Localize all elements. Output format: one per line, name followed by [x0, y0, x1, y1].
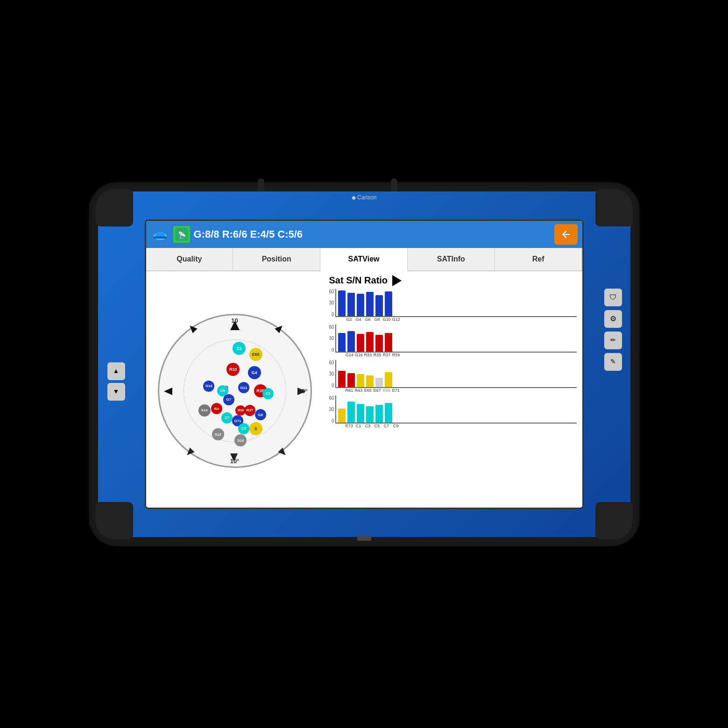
snr-title: Sat S/N Ratio — [329, 275, 577, 286]
snr-bar-G2 — [338, 290, 346, 316]
snr-y-axis-3: 60 30 0 — [329, 360, 335, 388]
snr-bar-R33 — [357, 334, 364, 352]
snr-bar-R41 — [338, 371, 346, 387]
settings-button[interactable]: ⚙ — [604, 310, 622, 328]
corner-tl — [96, 189, 133, 226]
blue-frame: ◆ Carlson ▲ ▼ 🛡 ⚙ ✏ ✎ — [98, 191, 630, 537]
snr-bar-E73 — [338, 409, 346, 423]
svg-rect-1 — [154, 236, 167, 239]
snr-bar-R39 — [385, 333, 392, 352]
snr-bar-G16 — [347, 331, 355, 352]
play-icon[interactable] — [392, 275, 402, 286]
snr-bar-C3 — [357, 404, 364, 423]
sat-E65: E65 — [249, 348, 262, 361]
snr-bar-G4 — [347, 293, 355, 316]
snr-row-2: 60 30 0 — [329, 325, 577, 357]
gps-icon: 📡 — [173, 226, 190, 243]
snr-bar-E69 — [375, 378, 383, 387]
snr-row-1: 60 30 0 — [329, 289, 577, 322]
device-frame: ◆ Carlson ▲ ▼ 🛡 ⚙ ✏ ✎ — [89, 182, 640, 546]
corner-br — [595, 502, 633, 539]
snr-bar-C7 — [375, 405, 383, 423]
tab-ref[interactable]: Ref — [495, 248, 582, 270]
snr-bar-G8 — [366, 292, 374, 316]
svg-text:📡: 📡 — [177, 231, 186, 239]
back-button[interactable] — [554, 224, 578, 245]
snr-bar-G12 — [385, 291, 392, 316]
sat-C5: C5 — [238, 423, 249, 434]
snr-bars-row1 — [335, 289, 577, 317]
west-arrow — [164, 388, 172, 395]
nw-arrow — [188, 323, 198, 333]
screen: 📡 G:8/8 R:6/6 E:4/5 C:5/6 Quality Positi… — [145, 219, 584, 509]
sat-G11: G11 — [238, 382, 249, 393]
snr-bar-E67 — [366, 375, 374, 387]
antenna-right — [391, 178, 397, 191]
snr-bar-R35 — [366, 332, 374, 352]
hard-hat-icon — [151, 225, 170, 244]
sat-C7: C7 — [221, 412, 233, 424]
south-arrow — [230, 453, 238, 462]
sat-S12: S12 — [212, 428, 224, 440]
sat-G8: G8 — [255, 409, 266, 420]
compass-circle: 10 10° 0° 90 — [158, 314, 312, 468]
snr-bar-G14 — [338, 333, 346, 352]
usb-port — [357, 536, 371, 541]
snr-row-3: 60 30 0 — [329, 360, 577, 393]
snr-bars-row3 — [335, 360, 577, 388]
snr-bar-G6 — [357, 294, 364, 316]
tab-satview[interactable]: SATView — [320, 248, 408, 271]
sat-G16: G16 — [203, 381, 214, 392]
north-arrow-top — [230, 321, 240, 330]
tab-satinfo[interactable]: SATInfo — [408, 248, 495, 270]
snr-bar-C9 — [385, 403, 392, 423]
left-side-buttons: ▲ ▼ — [107, 362, 125, 401]
tab-bar: Quality Position SATView SATInfo Ref — [146, 248, 582, 271]
snr-bar-C1 — [347, 402, 355, 423]
sky-view-panel: 10 10° 0° 90 — [146, 271, 324, 509]
snr-bars-row4 — [335, 396, 577, 424]
sat-S: S — [249, 422, 262, 435]
se-arrow — [278, 447, 288, 457]
edit2-button[interactable]: ✎ — [604, 353, 622, 371]
sat-C3: C3 — [262, 388, 274, 399]
volume-down-button[interactable]: ▼ — [107, 383, 125, 401]
tab-position[interactable]: Position — [233, 248, 320, 270]
top-bar: 📡 G:8/8 R:6/6 E:4/5 C:5/6 — [146, 221, 582, 248]
snr-bar-R43 — [347, 373, 355, 387]
sat-C1: C1 — [233, 342, 246, 355]
edit1-button[interactable]: ✏ — [604, 332, 622, 349]
sw-arrow — [184, 447, 194, 457]
sat-S10: S10 — [234, 434, 247, 446]
tab-quality[interactable]: Quality — [146, 248, 233, 270]
snr-bar-E71 — [385, 372, 392, 387]
antenna-left — [258, 178, 264, 191]
sat-S14: S14 — [198, 404, 211, 417]
corner-tr — [595, 189, 633, 226]
snr-x-labels-row4: E73 C1 C3 C5 C7 C9 — [335, 424, 577, 428]
sat-G7: G7 — [223, 394, 234, 405]
right-side-buttons: 🛡 ⚙ ✏ ✎ — [604, 289, 622, 371]
snr-panel: Sat S/N Ratio 60 30 0 — [324, 271, 582, 509]
satellite-info-text: G:8/8 R:6/6 E:4/5 C:5/6 — [194, 228, 551, 240]
snr-bar-C5 — [366, 406, 374, 423]
shield-button[interactable]: 🛡 — [604, 289, 622, 306]
snr-x-labels-row2: G14 G16 R33 R35 R37 R39 — [335, 353, 577, 357]
snr-bar-E65 — [357, 374, 364, 387]
snr-bar-G10 — [375, 295, 383, 316]
brand-logo: ◆ Carlson — [352, 194, 377, 201]
snr-x-labels-row3: R41 R43 E65 E67 E69 E71 — [335, 388, 577, 393]
sat-R33: R33 — [226, 363, 240, 376]
snr-y-axis-1: 60 30 0 — [329, 289, 335, 317]
corner-bl — [96, 502, 133, 539]
ne-arrow — [275, 323, 285, 333]
volume-up-button[interactable]: ▲ — [107, 362, 125, 380]
snr-x-labels-row1: G2 G4 G6 G8 G10 G12 — [335, 317, 577, 322]
snr-row-4: 60 30 0 — [329, 396, 577, 428]
main-content: 10 10° 0° 90 — [146, 271, 582, 509]
snr-bars-row2 — [335, 325, 577, 353]
snr-bar-R37 — [375, 335, 383, 352]
sat-R4: R4 — [211, 403, 222, 414]
snr-y-axis-4: 60 30 0 — [329, 396, 335, 424]
sat-R37: R37 — [244, 405, 255, 416]
